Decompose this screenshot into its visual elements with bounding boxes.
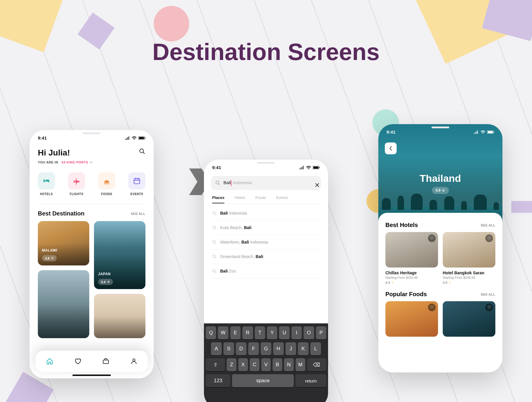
search-results: Bali Indonesia Kuta Beach, Bali Waterbom… bbox=[204, 204, 328, 278]
nav-profile[interactable] bbox=[130, 357, 138, 365]
key[interactable]: G bbox=[261, 342, 271, 355]
key[interactable]: M bbox=[296, 358, 305, 371]
heart-icon[interactable]: ♡ bbox=[485, 304, 493, 311]
key[interactable]: I bbox=[291, 326, 302, 339]
location-value[interactable]: 54 KING PORTS bbox=[61, 161, 88, 164]
hotel-card[interactable]: ♡ Chillax Heritage Starting From $310.00… bbox=[385, 232, 438, 284]
hotel-name: Chillax Heritage bbox=[385, 270, 438, 275]
key[interactable]: P bbox=[316, 326, 326, 339]
svg-point-11 bbox=[133, 359, 135, 361]
destination-card-malawi[interactable]: MALAWI 4.8 ☆ bbox=[38, 221, 89, 265]
tab-hotels[interactable]: Hotels bbox=[234, 195, 245, 203]
svg-line-4 bbox=[143, 152, 145, 154]
svg-point-5 bbox=[44, 180, 45, 181]
hotel-price: Starting From $310.00 bbox=[385, 276, 438, 279]
hotel-rating: 5.0☆ bbox=[443, 281, 495, 284]
list-item[interactable]: Dreamland Beach, Bali bbox=[211, 249, 321, 264]
search-icon[interactable] bbox=[139, 148, 145, 155]
see-all-link[interactable]: SEE ALL bbox=[131, 212, 145, 215]
see-all-link[interactable]: SEE ALL bbox=[481, 223, 495, 227]
key[interactable]: K bbox=[298, 342, 309, 355]
key[interactable]: L bbox=[310, 342, 321, 355]
key[interactable]: E bbox=[230, 326, 241, 339]
list-item[interactable]: Bali Zoo bbox=[211, 264, 321, 278]
key[interactable]: R bbox=[242, 326, 253, 339]
destination-card-japan[interactable]: JAPAN 5.0 ☆ bbox=[94, 221, 145, 289]
search-placeholder: Indonesia bbox=[231, 180, 252, 185]
chevron-down-icon[interactable] bbox=[90, 161, 93, 164]
numbers-key[interactable]: 123 bbox=[206, 374, 230, 387]
nav-trips[interactable] bbox=[102, 357, 110, 365]
svg-point-23 bbox=[213, 255, 215, 257]
svg-rect-6 bbox=[134, 179, 140, 184]
see-all-link[interactable]: SEE ALL bbox=[481, 293, 495, 296]
key[interactable]: J bbox=[286, 342, 296, 355]
back-button[interactable] bbox=[385, 142, 397, 154]
key[interactable]: N bbox=[284, 358, 294, 371]
key[interactable]: B bbox=[273, 358, 282, 371]
bed-icon bbox=[38, 172, 55, 189]
key[interactable]: Y bbox=[267, 326, 277, 339]
location-prefix: YOU ARE IN bbox=[38, 161, 58, 164]
key[interactable]: S bbox=[223, 342, 234, 355]
food-card[interactable]: ♡ bbox=[443, 301, 495, 337]
heart-icon[interactable]: ♡ bbox=[485, 234, 493, 242]
space-key[interactable]: space bbox=[232, 374, 293, 387]
key[interactable]: W bbox=[218, 326, 228, 339]
category-foods[interactable]: FOODS bbox=[98, 172, 115, 196]
search-icon bbox=[212, 255, 217, 259]
close-icon[interactable]: ✕ bbox=[314, 181, 320, 189]
key[interactable]: T bbox=[255, 326, 265, 339]
key[interactable]: X bbox=[238, 358, 248, 371]
destination-detail-screen: 9:41 Thailand 4.9 ☆ Best Hotels SEE ALL bbox=[378, 124, 502, 372]
key[interactable]: C bbox=[250, 358, 259, 371]
key[interactable]: V bbox=[261, 358, 271, 371]
phone-notch bbox=[64, 130, 120, 138]
list-item[interactable]: Bali Indonesia bbox=[211, 206, 321, 221]
tab-events[interactable]: Events bbox=[276, 195, 288, 203]
heart-icon[interactable]: ♡ bbox=[428, 304, 436, 311]
key[interactable]: Z bbox=[227, 358, 236, 371]
svg-line-20 bbox=[215, 228, 216, 229]
food-card[interactable]: ♡ bbox=[385, 301, 438, 337]
home-screen: 9:41 Hi Julia! YOU ARE IN 54 KING PORTS … bbox=[30, 130, 154, 378]
search-input[interactable]: Bali Indonesia bbox=[211, 176, 321, 190]
category-label: FLIGHTS bbox=[70, 192, 83, 196]
category-hotels[interactable]: HOTELS bbox=[38, 172, 55, 196]
category-flights[interactable]: FLIGHTS bbox=[68, 172, 85, 196]
key[interactable]: D bbox=[236, 342, 246, 355]
search-icon bbox=[212, 240, 217, 244]
destination-card[interactable] bbox=[94, 294, 145, 338]
section-title: Popular Foods bbox=[385, 291, 427, 298]
category-label: EVENTS bbox=[130, 192, 143, 196]
search-icon bbox=[212, 269, 217, 273]
hotel-rating: 4.9☆ bbox=[385, 281, 438, 284]
keyboard: Q W E R T Y U I O P A S D F G H J K L ⇧ … bbox=[204, 323, 328, 402]
shift-key[interactable]: ⇧ bbox=[206, 358, 225, 371]
list-item[interactable]: Kuta Beach, Bali bbox=[211, 221, 321, 235]
heart-icon[interactable]: ♡ bbox=[428, 234, 436, 242]
return-key[interactable]: return bbox=[296, 374, 326, 387]
key[interactable]: F bbox=[248, 342, 259, 355]
svg-line-16 bbox=[218, 184, 220, 185]
key[interactable]: Q bbox=[206, 326, 216, 339]
key[interactable]: H bbox=[273, 342, 284, 355]
tab-places[interactable]: Places bbox=[212, 195, 224, 203]
list-item[interactable]: Waterbom, Bali Indonesia bbox=[211, 235, 321, 249]
bottom-nav bbox=[35, 351, 148, 372]
hotel-card[interactable]: ♡ Hotel Bangkok Saran Starting From $230… bbox=[443, 232, 495, 284]
svg-rect-1 bbox=[139, 137, 144, 139]
page-title: Destination Screens bbox=[0, 38, 532, 66]
destination-name: JAPAN bbox=[98, 272, 111, 276]
backspace-key[interactable]: ⌫ bbox=[307, 358, 326, 371]
category-events[interactable]: EVENTS bbox=[128, 172, 145, 196]
tab-foods[interactable]: Foods bbox=[255, 195, 266, 203]
key[interactable]: U bbox=[279, 326, 289, 339]
key[interactable]: A bbox=[211, 342, 222, 355]
search-screen: 9:41 Bali Indonesia ✕ Places Hotels Food… bbox=[204, 160, 328, 402]
status-time: 9:41 bbox=[387, 129, 395, 134]
nav-favorites[interactable] bbox=[74, 357, 82, 365]
nav-home[interactable] bbox=[46, 357, 53, 365]
key[interactable]: O bbox=[304, 326, 314, 339]
destination-card[interactable] bbox=[38, 270, 89, 338]
